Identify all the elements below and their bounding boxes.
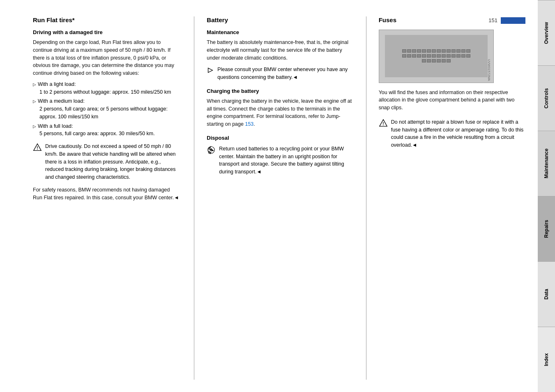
- col3-warning1: ! Do not attempt to repair a blown fuse …: [379, 118, 525, 149]
- col1-warning1-text: Drive cautiously. Do not exceed a speed …: [45, 143, 180, 181]
- col2-body2: When charging the battery in the vehicle…: [207, 97, 353, 128]
- col2-battery: Battery Maintenance The battery is absol…: [198, 16, 362, 380]
- warning-triangle-icon-2: !: [379, 119, 388, 128]
- fuse-block: [417, 54, 421, 58]
- fuse-block: [442, 59, 446, 62]
- bullet-light-load: ▷ With a light load: 1 to 2 persons with…: [33, 81, 180, 96]
- fuse-block: [451, 54, 456, 58]
- fuse-block: [466, 49, 470, 53]
- bullet-medium-load-sub: 2 persons, full cargo area; or 5 persons…: [33, 105, 180, 121]
- fuse-block: [422, 49, 426, 53]
- col2-col3-divider: [366, 16, 366, 380]
- fuse-block: [417, 49, 421, 53]
- fuse-block: [456, 49, 461, 53]
- fuse-block: [447, 54, 451, 58]
- col2-body3: Return used batteries to a recycling poi…: [219, 145, 353, 176]
- fuse-box-inner: [385, 35, 488, 77]
- fuse-block: [427, 49, 431, 53]
- fuse-block: [432, 49, 436, 53]
- bullet-full-load-header: With a full load:: [38, 122, 73, 130]
- col1-body2: For safety reasons, BMW recommends not h…: [33, 186, 180, 202]
- fuse-block: [412, 49, 416, 53]
- fuse-block: [461, 49, 465, 53]
- fuse-block: [427, 54, 431, 58]
- sidebar-tab-controls[interactable]: Controls: [538, 65, 555, 131]
- sidebar-tab-data[interactable]: Data: [538, 261, 555, 327]
- col1-body1: Depending on the cargo load, Run Flat ti…: [33, 39, 180, 77]
- svg-text:!: !: [37, 146, 38, 150]
- svg-text:♻: ♻: [210, 148, 213, 152]
- fuse-row-3: [422, 59, 451, 62]
- fuse-block: [456, 54, 461, 58]
- svg-text:!: !: [382, 121, 384, 126]
- sidebar-tab-maintenance[interactable]: Maintenance: [538, 131, 555, 196]
- main-content: Run Flat tires* Driving with a damaged t…: [0, 0, 538, 392]
- bullet-full-load-sub: 5 persons, full cargo area: approx. 30 m…: [33, 130, 180, 138]
- col2-disposal: ♻ Return used batteries to a recycling p…: [207, 145, 353, 176]
- blue-section-bar: [501, 17, 525, 24]
- col3-body1: You will find the fuses and information …: [379, 89, 525, 112]
- col3-warning1-text: Do not attempt to repair a blown fuse or…: [391, 118, 525, 149]
- col1-run-flat: Run Flat tires* Driving with a damaged t…: [33, 16, 190, 380]
- fuse-block: [432, 59, 436, 62]
- bullet-light-load-sub: 1 to 2 persons without luggage: approx. …: [33, 88, 180, 96]
- fuse-block: [447, 49, 451, 53]
- warning-triangle-icon-1: !: [33, 143, 42, 152]
- bullet-arrow-3: ▷: [33, 123, 36, 129]
- col3-title: Fuses: [379, 16, 396, 23]
- col2-title: Battery: [207, 16, 353, 23]
- col2-subtitle3: Disposal: [207, 135, 353, 141]
- fuse-block: [437, 54, 441, 58]
- sidebar-tab-repairs[interactable]: Repairs: [538, 196, 555, 261]
- bullet-arrow-2: ▷: [33, 98, 36, 104]
- col1-subtitle1: Driving with a damaged tire: [33, 29, 180, 35]
- fuse-block: [461, 54, 465, 58]
- sidebar-tab-data-label: Data: [543, 289, 549, 300]
- image-watermark: UVW01572MA: [487, 59, 491, 81]
- col2-subtitle1: Maintenance: [207, 29, 353, 35]
- sidebar-tab-overview-label: Overview: [543, 22, 549, 44]
- fuse-block: [402, 49, 406, 53]
- sidebar-tab-overview[interactable]: Overview: [538, 0, 555, 65]
- col1-warning1: ! Drive cautiously. Do not exceed a spee…: [33, 143, 180, 181]
- fuses-header: Fuses 151: [379, 16, 525, 24]
- sidebar-tab-index[interactable]: Index: [538, 327, 555, 392]
- fuse-block: [466, 54, 470, 58]
- recycle-icon: ♻: [207, 145, 216, 154]
- fuse-block: [432, 54, 436, 58]
- note-arrow-icon: [207, 67, 214, 74]
- page-number: 151: [488, 17, 497, 23]
- fuse-block: [407, 49, 411, 53]
- bullet-light-load-header: With a light load:: [38, 81, 76, 88]
- col1-col2-divider: [194, 16, 194, 380]
- fuse-block: [437, 59, 441, 62]
- svg-marker-2: [208, 68, 213, 73]
- page-container: Run Flat tires* Driving with a damaged t…: [0, 0, 555, 392]
- fuse-box-image: UVW01572MA: [379, 30, 494, 83]
- fuse-block: [407, 54, 411, 58]
- col2-subtitle2: Charging the battery: [207, 88, 353, 94]
- col2-note1-text: Please consult your BMW center whenever …: [217, 66, 353, 81]
- col1-title: Run Flat tires*: [33, 16, 180, 23]
- fuse-row-2: [402, 54, 470, 58]
- sidebar-tab-index-label: Index: [543, 353, 549, 366]
- col3-fuses: Fuses 151: [371, 16, 525, 380]
- sidebar-tab-maintenance-label: Maintenance: [543, 149, 549, 179]
- sidebar: Overview Controls Maintenance Repairs Da…: [538, 0, 555, 392]
- fuse-row-1: [402, 49, 470, 53]
- sidebar-tab-repairs-label: Repairs: [543, 220, 549, 238]
- col2-body1: The battery is absolutely maintenance-fr…: [207, 39, 353, 62]
- col2-link-153[interactable]: 153: [245, 121, 253, 127]
- bullet-medium-load-header: With a medium load:: [38, 97, 85, 105]
- bullet-full-load: ▷ With a full load: 5 persons, full carg…: [33, 122, 180, 138]
- bullet-arrow-1: ▷: [33, 81, 36, 88]
- bullet-list: ▷ With a light load: 1 to 2 persons with…: [33, 81, 180, 138]
- sidebar-tab-controls-label: Controls: [543, 88, 549, 108]
- fuse-block: [447, 59, 451, 62]
- fuse-block: [427, 59, 431, 62]
- fuse-block: [412, 54, 416, 58]
- fuse-block: [437, 49, 441, 53]
- page-number-area: 151: [488, 17, 525, 24]
- fuse-block: [451, 49, 456, 53]
- bullet-medium-load: ▷ With a medium load: 2 persons, full ca…: [33, 97, 180, 120]
